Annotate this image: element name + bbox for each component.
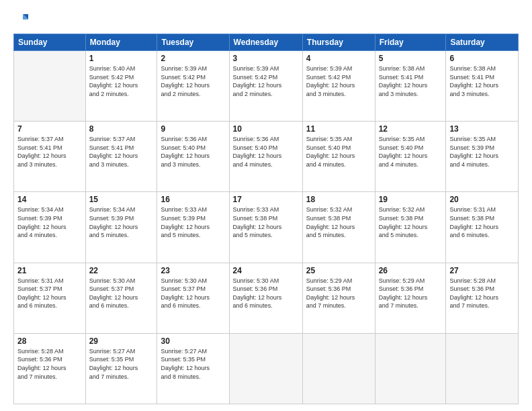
week-row-2: 14Sunrise: 5:34 AM Sunset: 5:39 PM Dayli… [14,192,519,263]
day-info-1-1: Sunrise: 5:37 AM Sunset: 5:41 PM Dayligh… [89,135,154,169]
day-info-0-5: Sunrise: 5:38 AM Sunset: 5:41 PM Dayligh… [379,64,443,98]
day-info-1-0: Sunrise: 5:37 AM Sunset: 5:41 PM Dayligh… [17,135,82,169]
cell-4-6 [446,333,519,404]
day-info-1-2: Sunrise: 5:36 AM Sunset: 5:40 PM Dayligh… [161,135,225,169]
logo-icon [13,12,28,27]
day-info-1-5: Sunrise: 5:35 AM Sunset: 5:40 PM Dayligh… [379,135,443,169]
day-num-4-2: 30 [161,336,225,346]
day-info-2-6: Sunrise: 5:31 AM Sunset: 5:38 PM Dayligh… [449,205,515,239]
day-info-0-6: Sunrise: 5:38 AM Sunset: 5:41 PM Dayligh… [449,64,515,98]
day-num-1-4: 11 [306,124,371,134]
day-num-4-0: 28 [17,336,82,346]
day-num-3-1: 22 [89,266,154,275]
day-num-3-6: 27 [449,266,515,275]
day-num-3-5: 26 [379,266,443,275]
cell-4-5 [375,333,446,404]
cell-1-5: 12Sunrise: 5:35 AM Sunset: 5:40 PM Dayli… [375,122,446,192]
cell-0-4: 4Sunrise: 5:39 AM Sunset: 5:42 PM Daylig… [302,51,375,122]
cell-2-6: 20Sunrise: 5:31 AM Sunset: 5:38 PM Dayli… [446,192,519,263]
day-num-1-1: 8 [89,124,154,134]
day-info-3-0: Sunrise: 5:31 AM Sunset: 5:37 PM Dayligh… [17,277,82,310]
calendar-table: Sunday Monday Tuesday Wednesday Thursday… [13,34,519,404]
day-num-3-4: 25 [306,266,371,275]
col-monday: Monday [85,34,157,51]
day-num-2-5: 19 [379,195,443,204]
day-info-4-1: Sunrise: 5:27 AM Sunset: 5:35 PM Dayligh… [89,347,154,381]
day-num-1-0: 7 [17,124,82,134]
day-info-2-2: Sunrise: 5:33 AM Sunset: 5:39 PM Dayligh… [161,205,225,239]
day-num-1-5: 12 [379,124,443,134]
day-num-1-3: 10 [233,124,299,134]
col-wednesday: Wednesday [229,34,302,51]
page: Sunday Monday Tuesday Wednesday Thursday… [0,0,532,411]
cell-1-2: 9Sunrise: 5:36 AM Sunset: 5:40 PM Daylig… [157,122,229,192]
day-info-3-6: Sunrise: 5:28 AM Sunset: 5:36 PM Dayligh… [449,277,515,310]
day-info-3-1: Sunrise: 5:30 AM Sunset: 5:37 PM Dayligh… [89,277,154,310]
week-row-1: 7Sunrise: 5:37 AM Sunset: 5:41 PM Daylig… [14,122,519,192]
day-info-0-2: Sunrise: 5:39 AM Sunset: 5:42 PM Dayligh… [161,64,225,98]
day-info-2-5: Sunrise: 5:32 AM Sunset: 5:38 PM Dayligh… [379,205,443,239]
cell-0-0 [14,51,86,122]
cell-4-1: 29Sunrise: 5:27 AM Sunset: 5:35 PM Dayli… [85,333,157,404]
day-info-2-1: Sunrise: 5:34 AM Sunset: 5:39 PM Dayligh… [89,205,154,239]
week-row-4: 28Sunrise: 5:28 AM Sunset: 5:36 PM Dayli… [14,333,519,404]
week-row-3: 21Sunrise: 5:31 AM Sunset: 5:37 PM Dayli… [14,263,519,333]
day-info-1-3: Sunrise: 5:36 AM Sunset: 5:40 PM Dayligh… [233,135,299,169]
day-num-0-6: 6 [449,54,515,63]
cell-1-0: 7Sunrise: 5:37 AM Sunset: 5:41 PM Daylig… [14,122,86,192]
cell-2-3: 17Sunrise: 5:33 AM Sunset: 5:38 PM Dayli… [229,192,302,263]
day-num-2-4: 18 [306,195,371,204]
cell-3-5: 26Sunrise: 5:29 AM Sunset: 5:36 PM Dayli… [375,263,446,333]
day-info-2-3: Sunrise: 5:33 AM Sunset: 5:38 PM Dayligh… [233,205,299,239]
day-num-2-3: 17 [233,195,299,204]
day-info-0-3: Sunrise: 5:39 AM Sunset: 5:42 PM Dayligh… [233,64,299,98]
day-info-0-1: Sunrise: 5:40 AM Sunset: 5:42 PM Dayligh… [89,64,154,98]
logo [13,12,30,27]
cell-3-1: 22Sunrise: 5:30 AM Sunset: 5:37 PM Dayli… [85,263,157,333]
cell-2-5: 19Sunrise: 5:32 AM Sunset: 5:38 PM Dayli… [375,192,446,263]
day-num-1-6: 13 [449,124,515,134]
cell-4-3 [229,333,302,404]
cell-0-5: 5Sunrise: 5:38 AM Sunset: 5:41 PM Daylig… [375,51,446,122]
col-saturday: Saturday [446,34,519,51]
col-friday: Friday [375,34,446,51]
day-num-0-2: 2 [161,54,225,63]
day-num-2-2: 16 [161,195,225,204]
day-info-3-4: Sunrise: 5:29 AM Sunset: 5:36 PM Dayligh… [306,277,371,310]
day-info-3-5: Sunrise: 5:29 AM Sunset: 5:36 PM Dayligh… [379,277,443,310]
day-info-1-4: Sunrise: 5:35 AM Sunset: 5:40 PM Dayligh… [306,135,371,169]
day-info-2-0: Sunrise: 5:34 AM Sunset: 5:39 PM Dayligh… [17,205,82,239]
cell-0-3: 3Sunrise: 5:39 AM Sunset: 5:42 PM Daylig… [229,51,302,122]
cell-3-4: 25Sunrise: 5:29 AM Sunset: 5:36 PM Dayli… [302,263,375,333]
col-sunday: Sunday [14,34,86,51]
cell-3-0: 21Sunrise: 5:31 AM Sunset: 5:37 PM Dayli… [14,263,86,333]
day-info-0-4: Sunrise: 5:39 AM Sunset: 5:42 PM Dayligh… [306,64,371,98]
cell-2-0: 14Sunrise: 5:34 AM Sunset: 5:39 PM Dayli… [14,192,86,263]
day-num-0-1: 1 [89,54,154,63]
cell-2-4: 18Sunrise: 5:32 AM Sunset: 5:38 PM Dayli… [302,192,375,263]
day-num-1-2: 9 [161,124,225,134]
calendar-header-row: Sunday Monday Tuesday Wednesday Thursday… [14,34,519,51]
cell-4-2: 30Sunrise: 5:27 AM Sunset: 5:35 PM Dayli… [157,333,229,404]
col-thursday: Thursday [302,34,375,51]
day-info-4-0: Sunrise: 5:28 AM Sunset: 5:36 PM Dayligh… [17,347,82,381]
day-info-1-6: Sunrise: 5:35 AM Sunset: 5:39 PM Dayligh… [449,135,515,169]
day-num-0-3: 3 [233,54,299,63]
day-num-4-1: 29 [89,336,154,346]
cell-1-6: 13Sunrise: 5:35 AM Sunset: 5:39 PM Dayli… [446,122,519,192]
day-info-2-4: Sunrise: 5:32 AM Sunset: 5:38 PM Dayligh… [306,205,371,239]
cell-4-4 [302,333,375,404]
cell-1-1: 8Sunrise: 5:37 AM Sunset: 5:41 PM Daylig… [85,122,157,192]
header [13,12,519,27]
day-info-3-3: Sunrise: 5:30 AM Sunset: 5:36 PM Dayligh… [233,277,299,310]
day-num-3-3: 24 [233,266,299,275]
week-row-0: 1Sunrise: 5:40 AM Sunset: 5:42 PM Daylig… [14,51,519,122]
cell-2-2: 16Sunrise: 5:33 AM Sunset: 5:39 PM Dayli… [157,192,229,263]
cell-3-6: 27Sunrise: 5:28 AM Sunset: 5:36 PM Dayli… [446,263,519,333]
col-tuesday: Tuesday [157,34,229,51]
cell-0-1: 1Sunrise: 5:40 AM Sunset: 5:42 PM Daylig… [85,51,157,122]
cell-0-2: 2Sunrise: 5:39 AM Sunset: 5:42 PM Daylig… [157,51,229,122]
day-info-4-2: Sunrise: 5:27 AM Sunset: 5:35 PM Dayligh… [161,347,225,381]
day-num-2-1: 15 [89,195,154,204]
cell-3-2: 23Sunrise: 5:30 AM Sunset: 5:37 PM Dayli… [157,263,229,333]
